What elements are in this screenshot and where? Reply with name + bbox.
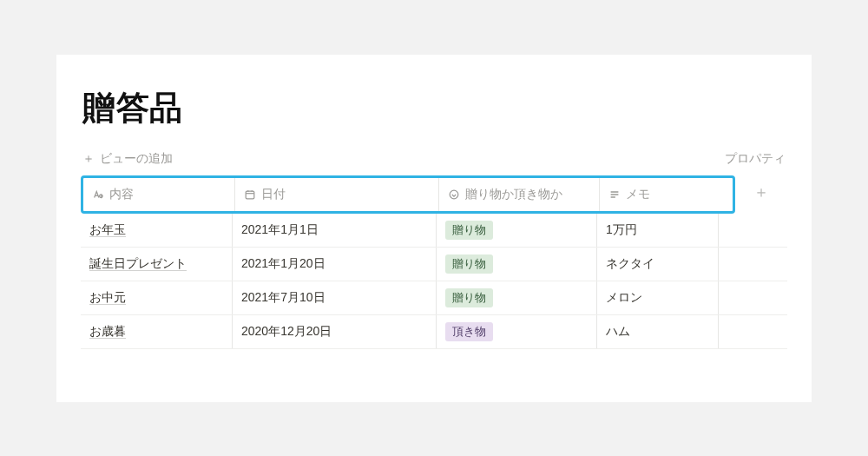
cell-memo[interactable]: ネクタイ xyxy=(597,248,719,281)
row-trailing-space xyxy=(719,315,771,348)
cell-name-text: 誕生日プレゼント xyxy=(89,256,187,272)
title-property-icon xyxy=(92,188,104,201)
select-tag: 贈り物 xyxy=(445,221,493,240)
cell-name[interactable]: お年玉 xyxy=(81,214,233,247)
db-toolbar: ＋ ビューの追加 プロパティ xyxy=(56,144,812,170)
table-body: お年玉2021年1月1日贈り物1万円誕生日プレゼント2021年1月20日贈り物ネ… xyxy=(81,214,787,349)
properties-button[interactable]: プロパティ xyxy=(725,151,786,167)
table-row[interactable]: 誕生日プレゼント2021年1月20日贈り物ネクタイ xyxy=(81,248,787,281)
column-header-label: 日付 xyxy=(261,187,286,202)
select-tag: 贈り物 xyxy=(445,288,493,307)
add-view-button[interactable]: ＋ ビューの追加 xyxy=(82,151,173,167)
database-page: 贈答品 ＋ ビューの追加 プロパティ 内容 xyxy=(56,55,812,402)
cell-type[interactable]: 贈り物 xyxy=(437,281,597,314)
cell-name[interactable]: 誕生日プレゼント xyxy=(81,248,233,281)
column-header-label: メモ xyxy=(626,187,650,202)
select-property-icon xyxy=(448,188,460,201)
cell-date[interactable]: 2021年1月20日 xyxy=(233,248,437,281)
add-view-label: ビューの追加 xyxy=(100,151,173,167)
table-header-row: 内容 日付 贈り物か頂き物か xyxy=(81,175,735,214)
cell-name-text: お歳暮 xyxy=(89,324,126,340)
cell-type[interactable]: 贈り物 xyxy=(437,214,597,247)
svg-rect-0 xyxy=(246,191,254,199)
cell-type[interactable]: 贈り物 xyxy=(437,248,597,281)
column-header-label: 内容 xyxy=(109,187,134,202)
plus-icon: ＋ xyxy=(753,182,769,202)
text-property-icon xyxy=(608,188,621,201)
cell-date[interactable]: 2020年12月20日 xyxy=(233,315,437,348)
add-column-button[interactable]: ＋ xyxy=(735,170,787,214)
row-trailing-space xyxy=(719,248,771,281)
table-row[interactable]: お歳暮2020年12月20日頂き物ハム xyxy=(81,315,787,349)
column-header-name[interactable]: 内容 xyxy=(83,178,235,211)
select-tag: 贈り物 xyxy=(445,254,493,274)
cell-name-text: お年玉 xyxy=(89,222,126,238)
column-header-memo[interactable]: メモ xyxy=(600,178,721,211)
row-trailing-space xyxy=(719,214,771,247)
svg-point-1 xyxy=(450,190,458,199)
cell-memo[interactable]: 1万円 xyxy=(597,214,719,247)
cell-name[interactable]: お歳暮 xyxy=(81,315,233,348)
cell-memo[interactable]: ハム xyxy=(597,315,719,348)
database-table: 内容 日付 贈り物か頂き物か xyxy=(56,170,812,349)
page-title[interactable]: 贈答品 xyxy=(56,86,812,130)
plus-icon: ＋ xyxy=(82,151,95,167)
row-trailing-space xyxy=(719,281,771,314)
table-row[interactable]: お年玉2021年1月1日贈り物1万円 xyxy=(81,214,787,248)
date-property-icon xyxy=(244,188,256,201)
cell-date[interactable]: 2021年1月1日 xyxy=(233,214,437,247)
cell-type[interactable]: 頂き物 xyxy=(437,315,597,348)
cell-name-text: お中元 xyxy=(89,290,126,306)
column-header-type[interactable]: 贈り物か頂き物か xyxy=(439,178,600,211)
select-tag: 頂き物 xyxy=(445,322,493,341)
cell-memo[interactable]: メロン xyxy=(597,281,719,314)
column-header-date[interactable]: 日付 xyxy=(235,178,439,211)
cell-date[interactable]: 2021年7月10日 xyxy=(233,281,437,314)
table-row[interactable]: お中元2021年7月10日贈り物メロン xyxy=(81,281,787,315)
cell-name[interactable]: お中元 xyxy=(81,281,233,314)
column-header-label: 贈り物か頂き物か xyxy=(465,187,562,202)
